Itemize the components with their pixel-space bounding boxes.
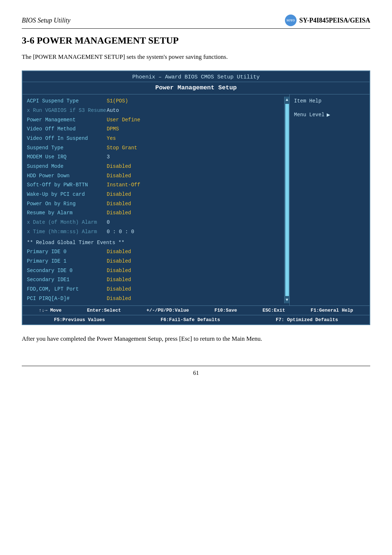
bios-row-label: Wake-Up by PCI card	[27, 191, 107, 199]
footer-move-key: ↑↓→ Move	[39, 308, 61, 313]
bios-title: BIOS Setup Utility	[22, 17, 70, 24]
bios-row-label: ACPI Suspend Type	[27, 97, 107, 105]
bios-row-label: Power Management	[27, 116, 107, 124]
bios-row-label: PCI PIRQ[A-D]#	[27, 295, 107, 303]
bios-footer-row1: ↑↓→ Move Enter:Select +/-/PU/PD:Value F1…	[23, 306, 369, 315]
scroll-thumb	[285, 104, 289, 296]
footer-esc-key: ESC:Exit	[262, 308, 285, 313]
bios-row-value: Disabled	[107, 285, 131, 293]
bios-row-value: Stop Grant	[107, 144, 137, 152]
scroll-up-icon[interactable]: ▲	[286, 97, 288, 103]
bios-row[interactable]: Video Off MethodDPMS	[23, 125, 284, 134]
bios-row-label: Suspend Type	[27, 144, 107, 152]
bios-row[interactable]: Wake-Up by PCI cardDisabled	[23, 190, 284, 199]
footer-f10-key: F10:Save	[215, 308, 237, 313]
bios-row[interactable]: Primary IDE 0Disabled	[23, 247, 284, 257]
bios-row-label: x Time (hh:mm:ss) Alarm	[27, 228, 107, 236]
footer-esc: ESC:Exit	[262, 308, 285, 313]
footer-f5: F5:Previous Values	[54, 317, 105, 323]
item-help-label: Item Help	[294, 98, 365, 104]
bios-row[interactable]: x Date (of Month) Alarm0	[23, 218, 284, 227]
footer-f1: F1:General Help	[311, 308, 353, 313]
menu-level-arrow-icon: ▶	[327, 111, 330, 118]
bios-setup-box: Phoenix – Award BIOS CMOS Setup Utility …	[22, 70, 370, 325]
bios-row-value: Instant-Off	[107, 181, 140, 189]
page-number: 61	[193, 370, 199, 376]
header-bar: BIOS Setup Utility SOYO SY-P4I845PEISA/G…	[22, 15, 370, 29]
menu-level: Menu Level ▶	[294, 111, 365, 118]
scroll-down-icon[interactable]: ▼	[286, 297, 288, 303]
bios-row-value: 3	[107, 153, 110, 161]
bios-row[interactable]: HDD Power DownDisabled	[23, 171, 284, 181]
bios-row-value: Auto	[107, 107, 119, 115]
bios-row-value: Disabled	[107, 200, 131, 208]
bios-rows: ACPI Suspend TypeS1(POS)x Run VGABIOS if…	[23, 97, 284, 303]
bios-row-label: Primary IDE 1	[27, 258, 107, 266]
bios-row[interactable]: ACPI Suspend TypeS1(POS)	[23, 97, 284, 106]
bios-row-value: User Define	[107, 116, 140, 124]
bios-row[interactable]: PCI PIRQ[A-D]#Disabled	[23, 294, 284, 304]
footer-value: +/-/PU/PD:Value	[146, 308, 189, 313]
bios-row-label: FDD,COM, LPT Port	[27, 285, 107, 293]
bios-row-value: DPMS	[107, 125, 119, 133]
bios-row[interactable]: Soft-Off by PWR-BTTNInstant-Off	[23, 181, 284, 190]
bios-row[interactable]: Secondary IDE1Disabled	[23, 275, 284, 285]
bios-settings-panel: ACPI Suspend TypeS1(POS)x Run VGABIOS if…	[23, 94, 290, 305]
footer-f7: F7: Optimized Defaults	[276, 317, 338, 323]
bios-row[interactable]: x Time (hh:mm:ss) Alarm0 : 0 : 0	[23, 227, 284, 237]
bios-row-label: Secondary IDE 0	[27, 267, 107, 275]
bios-footer-row2: F5:Previous Values F6:Fail-Safe Defaults…	[23, 315, 369, 324]
bios-row[interactable]: Primary IDE 1Disabled	[23, 257, 284, 266]
soyo-logo-icon: SOYO	[285, 15, 297, 26]
bios-row-value: Disabled	[107, 191, 131, 199]
footer-f6-key: F6:Fail-Safe Defaults	[160, 317, 220, 323]
footer-f5-key: F5:Previous Values	[54, 317, 105, 323]
bios-row-label: Primary IDE 0	[27, 248, 107, 256]
bios-row[interactable]: Power ManagementUser Define	[23, 116, 284, 125]
bios-row-value: 0	[107, 219, 110, 227]
footer-move: ↑↓→ Move	[39, 308, 61, 313]
bios-row-value: Disabled	[107, 276, 131, 284]
intro-text: The [POWER MANAGEMENT SETUP] sets the sy…	[22, 52, 370, 62]
bios-row-label: Resume by Alarm	[27, 209, 107, 217]
menu-level-label: Menu Level	[294, 112, 324, 118]
footer-enter-key: Enter:Select	[87, 308, 121, 313]
bios-row[interactable]: Resume by AlarmDisabled	[23, 208, 284, 218]
bios-row-label: Video Off Method	[27, 125, 107, 133]
footer-f7-key: F7: Optimized Defaults	[276, 317, 338, 323]
page-footer: 61	[22, 366, 370, 376]
bios-box-header: Phoenix – Award BIOS CMOS Setup Utility	[23, 71, 369, 82]
bios-section-header-label: ** Reload Global Timer Events **	[27, 239, 124, 247]
bios-row[interactable]: Suspend ModeDisabled	[23, 162, 284, 171]
bios-row-value: S1(POS)	[107, 97, 128, 105]
footer-f10: F10:Save	[215, 308, 237, 313]
bios-row-label: Suspend Mode	[27, 163, 107, 171]
bios-row-value: Disabled	[107, 295, 131, 303]
bios-row-label: x Run VGABIOS if S3 Resume	[27, 107, 107, 115]
bios-row-value: 0 : 0 : 0	[107, 228, 134, 236]
bios-row[interactable]: x Run VGABIOS if S3 ResumeAuto	[23, 106, 284, 116]
bios-row-value: Yes	[107, 135, 116, 143]
bios-row-label: Video Off In Suspend	[27, 135, 107, 143]
footer-f1-key: F1:General Help	[311, 308, 353, 313]
footer-enter-select: Enter:Select	[87, 308, 121, 313]
bios-row-value: Disabled	[107, 258, 131, 266]
bios-row[interactable]: Suspend TypeStop Grant	[23, 143, 284, 153]
footer-value-key: +/-/PU/PD:Value	[146, 308, 189, 313]
bios-row-label: HDD Power Down	[27, 172, 107, 180]
bios-scrollbar[interactable]: ▲ ▼	[284, 97, 289, 303]
bios-row[interactable]: FDD,COM, LPT PortDisabled	[23, 285, 284, 294]
bios-box-title: Power Management Setup	[23, 82, 369, 94]
footer-f6: F6:Fail-Safe Defaults	[160, 317, 220, 323]
bios-row[interactable]: ** Reload Global Timer Events **	[23, 238, 284, 248]
bios-row[interactable]: Power On by RingDisabled	[23, 199, 284, 209]
product-name-text: SY-P4I845PEISA/GEISA	[299, 17, 370, 24]
bios-row-label: MODEM Use IRQ	[27, 153, 107, 161]
bios-row-label: Power On by Ring	[27, 200, 107, 208]
bios-footer: ↑↓→ Move Enter:Select +/-/PU/PD:Value F1…	[23, 305, 369, 324]
bios-row[interactable]: Video Off In SuspendYes	[23, 134, 284, 143]
bios-row[interactable]: MODEM Use IRQ3	[23, 153, 284, 162]
bios-row-value: Disabled	[107, 163, 131, 171]
product-name-container: SOYO SY-P4I845PEISA/GEISA	[285, 15, 370, 26]
bios-row[interactable]: Secondary IDE 0Disabled	[23, 266, 284, 276]
